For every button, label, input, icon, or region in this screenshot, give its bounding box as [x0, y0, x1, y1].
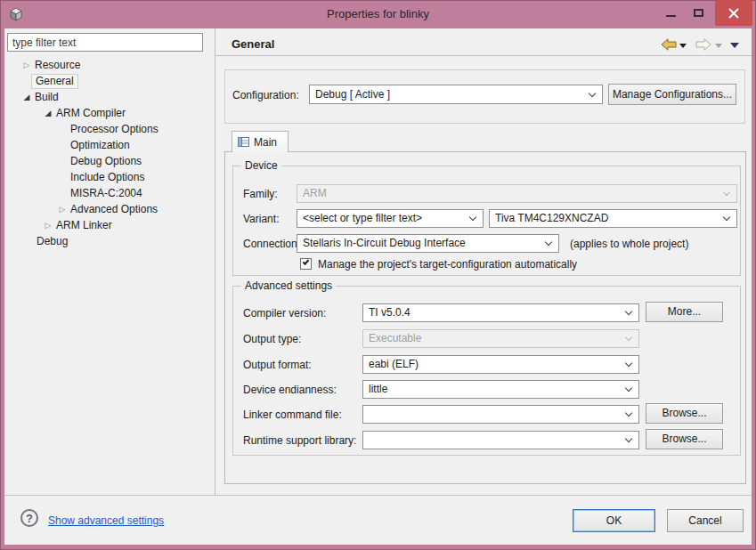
chevron-down-icon — [469, 214, 476, 221]
tab-main[interactable]: Main — [232, 131, 289, 152]
tree-item-processor-options[interactable]: Processor Options — [2, 121, 214, 137]
tree-item-label: ARM Linker — [56, 219, 112, 231]
collapsed-arrow-icon[interactable]: ▷ — [43, 217, 53, 233]
connection-label: Connection: — [243, 238, 300, 250]
tree-item-general[interactable]: General — [2, 73, 214, 89]
help-button[interactable]: ? — [20, 509, 38, 527]
output-format-combo[interactable]: eabi (ELF) — [362, 355, 639, 374]
linker-command-file-combo[interactable] — [362, 405, 639, 424]
cancel-button[interactable]: Cancel — [667, 509, 744, 532]
tree-item-debug[interactable]: Debug — [2, 233, 214, 249]
chevron-down-icon — [545, 239, 552, 246]
device-endianness-value: little — [369, 383, 387, 395]
output-format-label: Output format: — [243, 359, 312, 371]
forward-history-dropdown-icon[interactable] — [715, 44, 722, 48]
view-menu-icon[interactable] — [730, 43, 739, 48]
configuration-combo[interactable]: Debug [ Active ] — [309, 85, 603, 104]
tree-item-label: Include Options — [70, 171, 144, 183]
variant-label: Variant: — [243, 213, 279, 225]
checkmark-icon — [303, 258, 310, 265]
runtime-support-library-label: Runtime support library: — [243, 434, 356, 447]
ok-button[interactable]: OK — [573, 509, 655, 532]
compiler-version-label: Compiler version: — [243, 307, 326, 319]
forward-arrow-icon[interactable] — [695, 38, 711, 51]
tree-item-misra-c-2004[interactable]: MISRA-C:2004 — [2, 185, 214, 201]
chevron-down-icon — [625, 360, 632, 367]
tree-item-build[interactable]: ◢ Build — [2, 89, 214, 105]
device-endianness-label: Device endianness: — [243, 384, 337, 396]
back-history-dropdown-icon[interactable] — [679, 44, 687, 48]
browse-runtime-button[interactable]: Browse... — [646, 429, 723, 449]
tree-item-optimization[interactable]: Optimization — [2, 137, 214, 153]
show-advanced-settings-link[interactable]: Show advanced settings — [48, 514, 164, 527]
maximize-icon — [694, 9, 703, 17]
compiler-version-combo[interactable]: TI v5.0.4 — [362, 303, 639, 322]
tree-item-label: MISRA-C:2004 — [70, 187, 142, 199]
chevron-down-icon — [625, 435, 632, 442]
variant-value: Tiva TM4C129XNCZAD — [495, 212, 608, 224]
tree-item-debug-options[interactable]: Debug Options — [2, 153, 214, 169]
page-title: General — [232, 37, 274, 51]
expanded-arrow-icon[interactable]: ◢ — [43, 105, 53, 121]
tree-item-label: Resource — [35, 59, 80, 71]
connection-note: (applies to whole project) — [570, 238, 688, 250]
connection-value: Stellaris In-Circuit Debug Interface — [303, 237, 466, 249]
chevron-down-icon — [625, 334, 632, 341]
variant-combo[interactable]: Tiva TM4C129XNCZAD — [489, 209, 737, 228]
runtime-support-library-combo[interactable] — [362, 431, 639, 449]
tree-item-label: Advanced Options — [70, 203, 158, 215]
tree-item-include-options[interactable]: Include Options — [2, 169, 214, 185]
more-button[interactable]: More... — [646, 302, 723, 322]
manage-configurations-button[interactable]: Manage Configurations... — [608, 84, 736, 105]
collapsed-arrow-icon[interactable]: ▷ — [57, 201, 68, 217]
filter-input[interactable] — [7, 33, 203, 52]
tree-item-resource[interactable]: ▷ Resource — [2, 57, 214, 73]
footer-separator — [4, 495, 752, 496]
variant-filter-combo[interactable]: <select or type filter text> — [297, 209, 484, 228]
tree-item-label: Debug — [37, 235, 68, 247]
maximize-button[interactable] — [684, 0, 712, 26]
output-type-value: Executable — [369, 332, 421, 344]
output-type-combo: Executable — [362, 329, 639, 348]
output-format-value: eabi (ELF) — [369, 358, 419, 370]
tree-item-arm-compiler[interactable]: ◢ ARM Compiler — [2, 105, 214, 121]
tree-item-label: Optimization — [70, 139, 130, 151]
properties-tree: ▷ Resource General ◢ Build ◢ ARM Compile… — [2, 57, 214, 249]
tree-item-label: Processor Options — [70, 123, 159, 135]
window-title: Properties for blinky — [0, 7, 756, 20]
minimize-icon — [666, 15, 676, 17]
titlebar: Properties for blinky — [0, 0, 756, 28]
close-icon — [728, 8, 739, 19]
tree-item-advanced-options[interactable]: ▷ Advanced Options — [2, 201, 214, 217]
tree-item-arm-linker[interactable]: ▷ ARM Linker — [2, 217, 214, 233]
minimize-button[interactable] — [657, 0, 684, 26]
browse-linker-button[interactable]: Browse... — [646, 403, 723, 424]
table-icon — [238, 137, 249, 147]
collapsed-arrow-icon[interactable]: ▷ — [21, 57, 32, 73]
manage-target-config-checkbox[interactable] — [300, 258, 312, 270]
linker-command-file-label: Linker command file: — [243, 408, 342, 421]
output-type-label: Output type: — [243, 333, 301, 345]
header-separator — [215, 55, 752, 56]
back-arrow-icon[interactable] — [661, 38, 677, 51]
device-endianness-combo[interactable]: little — [362, 380, 639, 399]
family-value: ARM — [303, 187, 327, 199]
chevron-down-icon — [723, 214, 730, 221]
family-label: Family: — [243, 188, 278, 200]
advanced-settings-label: Advanced settings — [241, 279, 336, 293]
configuration-label: Configuration: — [232, 89, 299, 101]
tree-item-label: ARM Compiler — [56, 107, 126, 119]
connection-combo[interactable]: Stellaris In-Circuit Debug Interface — [297, 234, 559, 253]
sidebar-separator — [215, 28, 215, 496]
tab-main-label: Main — [254, 136, 277, 149]
chevron-down-icon — [625, 384, 632, 392]
device-group-label: Device — [241, 159, 281, 173]
chevron-down-icon — [625, 308, 632, 315]
compiler-version-value: TI v5.0.4 — [369, 306, 411, 319]
properties-dialog: Properties for blinky ▷ Resource General… — [0, 0, 756, 550]
question-mark-icon: ? — [26, 512, 33, 525]
tree-item-label-selected: General — [31, 74, 78, 89]
chevron-down-icon — [625, 409, 632, 417]
expanded-arrow-icon[interactable]: ◢ — [21, 89, 32, 105]
close-button[interactable] — [715, 0, 752, 26]
